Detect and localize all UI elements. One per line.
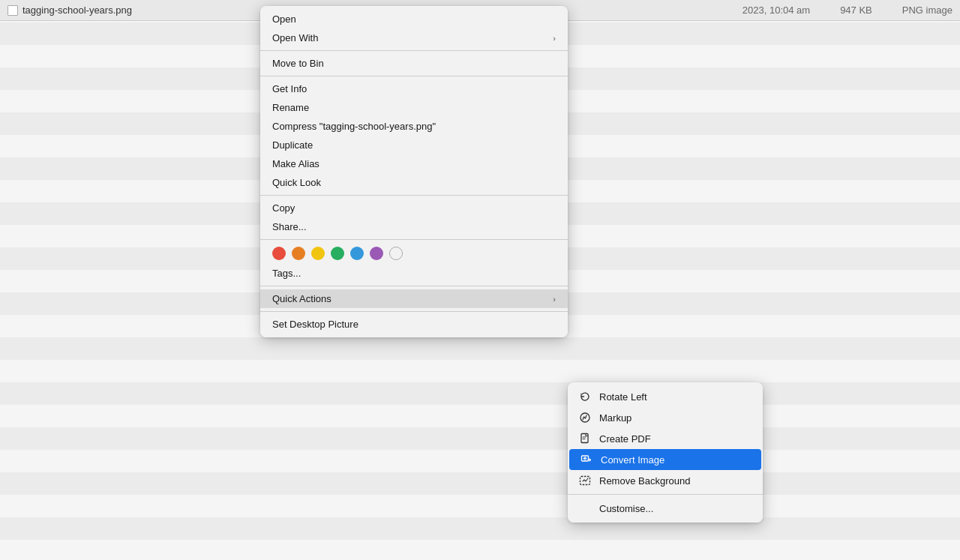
- menu-item-rename[interactable]: Rename: [260, 98, 568, 117]
- menu-item-duplicate[interactable]: Duplicate: [260, 136, 568, 154]
- tags-row: [260, 243, 568, 264]
- menu-item-compress[interactable]: Compress "tagging-school-years.png": [260, 117, 568, 136]
- submenu-item-convert-image[interactable]: Convert Image: [569, 449, 761, 470]
- submenu-item-customise[interactable]: Customise...: [568, 498, 763, 519]
- menu-item-open[interactable]: Open: [260, 10, 568, 28]
- customise-spacer: [578, 502, 592, 515]
- remove-background-icon: [578, 474, 592, 487]
- separator-2: [260, 76, 568, 76]
- submenu-item-create-pdf[interactable]: Create PDF: [568, 428, 763, 449]
- separator-5: [260, 286, 568, 286]
- separator-3: [260, 195, 568, 196]
- chevron-right-icon-quick-actions: ›: [553, 295, 556, 304]
- separator-4: [260, 239, 568, 240]
- menu-item-get-info[interactable]: Get Info: [260, 79, 568, 98]
- menu-item-tags[interactable]: Tags...: [260, 264, 568, 283]
- file-icon: [8, 5, 18, 16]
- svg-rect-1: [581, 434, 588, 443]
- submenu-item-rotate-left[interactable]: Rotate Left: [568, 386, 763, 407]
- menu-item-share[interactable]: Share...: [260, 217, 568, 236]
- menu-item-set-desktop[interactable]: Set Desktop Picture: [260, 315, 568, 334]
- create-pdf-icon: [578, 432, 592, 445]
- menu-item-move-to-bin[interactable]: Move to Bin: [260, 54, 568, 73]
- tag-dot-none[interactable]: [389, 247, 403, 260]
- tag-dot-red[interactable]: [272, 247, 286, 260]
- submenu-separator: [568, 494, 763, 495]
- menu-item-copy[interactable]: Copy: [260, 199, 568, 217]
- menu-item-make-alias[interactable]: Make Alias: [260, 154, 568, 173]
- tag-dot-orange[interactable]: [292, 247, 305, 260]
- menu-item-open-with[interactable]: Open With ›: [260, 28, 568, 47]
- menu-item-quick-look[interactable]: Quick Look: [260, 173, 568, 192]
- tag-dot-blue[interactable]: [350, 247, 364, 260]
- tag-dot-purple[interactable]: [370, 247, 383, 260]
- file-size: 947 KB: [840, 4, 872, 16]
- file-type: PNG image: [902, 4, 952, 16]
- file-meta: 2023, 10:04 am 947 KB PNG image: [742, 4, 952, 16]
- file-entry: tagging-school-years.png: [8, 4, 132, 16]
- chevron-right-icon: ›: [553, 34, 556, 43]
- file-date: 2023, 10:04 am: [742, 4, 810, 16]
- rotate-left-icon: [578, 390, 592, 403]
- quick-actions-submenu: Rotate Left Markup Create PDF: [568, 382, 763, 523]
- convert-image-icon: [580, 453, 593, 466]
- separator-6: [260, 311, 568, 312]
- submenu-item-markup[interactable]: Markup: [568, 407, 763, 428]
- separator-1: [260, 50, 568, 51]
- submenu-item-remove-background[interactable]: Remove Background: [568, 470, 763, 491]
- tag-dot-yellow[interactable]: [311, 247, 325, 260]
- filename-label: tagging-school-years.png: [22, 4, 132, 16]
- context-menu: Open Open With › Move to Bin Get Info Re…: [260, 6, 568, 337]
- tag-dot-green[interactable]: [331, 247, 344, 260]
- menu-item-quick-actions[interactable]: Quick Actions ›: [260, 289, 568, 308]
- markup-icon: [578, 411, 592, 424]
